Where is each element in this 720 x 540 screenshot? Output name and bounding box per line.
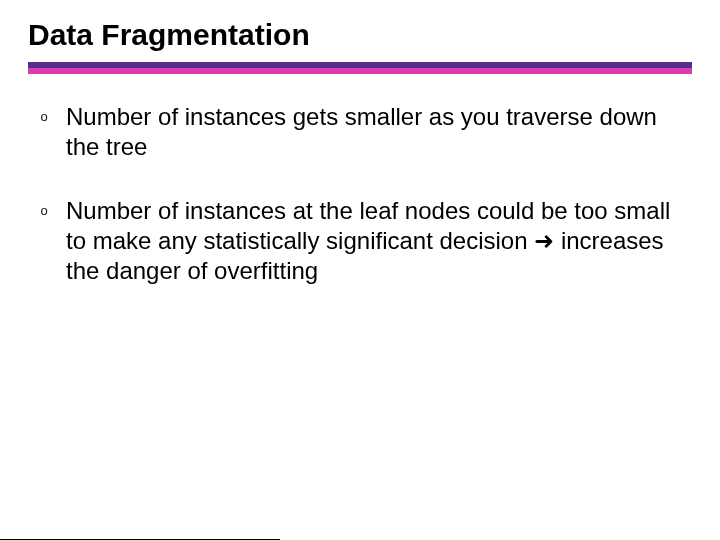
bullet-marker-icon: o: [38, 102, 50, 132]
list-item: o Number of instances gets smaller as yo…: [38, 102, 686, 162]
slide-title: Data Fragmentation: [28, 18, 692, 52]
list-item: o Number of instances at the leaf nodes …: [38, 196, 686, 286]
bullet-marker-icon: o: [38, 196, 50, 226]
bullet-text: Number of instances gets smaller as you …: [66, 102, 686, 162]
slide: Data Fragmentation o Number of instances…: [0, 0, 720, 540]
content-area: o Number of instances gets smaller as yo…: [28, 74, 692, 286]
bullet-text: Number of instances at the leaf nodes co…: [66, 196, 686, 286]
